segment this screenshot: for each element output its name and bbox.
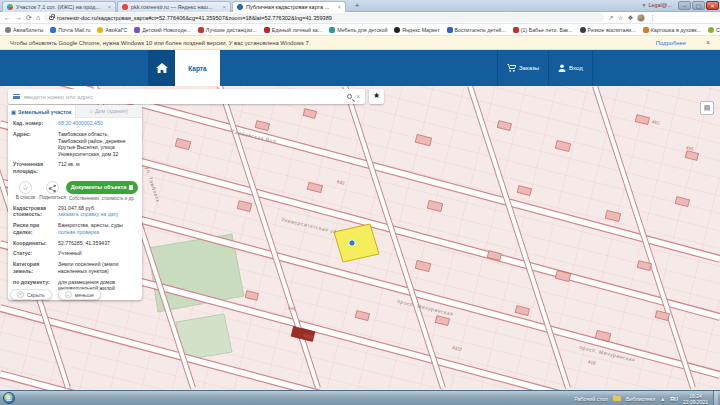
cad-number-link[interactable]: 68:20:4000002:450	[58, 120, 137, 127]
bookmark-item[interactable]: (1) Бабье лето. Бак...	[513, 27, 573, 33]
field-status: Статус: Учтенный	[8, 248, 142, 259]
profile-avatar[interactable]	[637, 14, 645, 22]
taskbar-clock[interactable]: 16:24 22.09.2021	[683, 393, 708, 405]
show-desktop-button[interactable]	[713, 391, 718, 405]
browser-titlebar: Участок 7.1 сот. (ИЖС) на прод... × pkk.…	[0, 0, 720, 12]
bookmark-icon	[580, 27, 586, 33]
browser-tab-1[interactable]: Участок 7.1 сот. (ИЖС) на прод... ×	[2, 1, 116, 12]
field-risks: Риски при сделке: Банкротства, аресты, с…	[8, 220, 142, 237]
url-text: rosreestr-doc.ru/кадастровая_карта#ct=52…	[57, 15, 332, 21]
bookmark-item[interactable]: Картошка в духовк...	[643, 27, 701, 33]
bookmark-item[interactable]: Мебель для детской	[329, 27, 387, 33]
close-button[interactable]: ×	[706, 1, 719, 10]
cart-icon	[507, 64, 516, 72]
bookmarks-bar: Авиабилеты Почта Mail.ru АвиКаГС Детский…	[0, 24, 720, 36]
new-tab-button[interactable]: +	[350, 1, 364, 11]
libraries-toolbar[interactable]: Библиотеки	[626, 396, 655, 402]
full-check-link[interactable]: полная проверка	[58, 229, 99, 235]
risks-value: Банкротства, аресты, суды	[58, 222, 123, 228]
favorites-button[interactable]: ★	[369, 89, 384, 104]
field-address: Адрес: Тамбовская область, Тамбовский ра…	[8, 129, 142, 159]
home-icon[interactable]: ⌂	[36, 13, 40, 23]
clear-search-icon[interactable]: ×	[356, 93, 360, 100]
reload-icon[interactable]: ⟳	[26, 13, 32, 23]
bookmark-item[interactable]: АвиКаГС	[97, 27, 127, 33]
panel-tabs: ▣ Земельный участок ⌂ Дом (здание)	[8, 105, 142, 118]
cost-report-link[interactable]: заказать справку на дату	[58, 211, 118, 217]
bookmark-icon	[198, 27, 204, 33]
tab-close-icon[interactable]: ×	[222, 4, 226, 10]
desktop: Участок 7.1 сот. (ИЖС) на прод... × pkk.…	[0, 0, 720, 405]
search-input[interactable]	[24, 94, 343, 100]
panel-actions: ☆ В список Поделиться Документы объекта	[8, 177, 142, 203]
share-icon[interactable]: ↗	[608, 14, 613, 22]
bookmark-star-icon[interactable]: ☆	[618, 14, 624, 22]
tab-close-icon[interactable]: ×	[107, 4, 111, 10]
share-button[interactable]: Поделиться	[39, 181, 66, 200]
tab-close-icon[interactable]: ×	[337, 4, 341, 10]
orders-button[interactable]: Заказы	[497, 50, 548, 86]
hide-panel-button[interactable]: ^ Скрыть	[10, 289, 52, 300]
star-icon: ☆	[19, 181, 32, 194]
menu-dots-icon[interactable]: ⋮	[649, 14, 656, 22]
panel-collapse-buttons: ^ Скрыть − меньше	[10, 289, 101, 300]
bookmark-item[interactable]: Детский Новогодн...	[134, 27, 191, 33]
bookmark-item[interactable]: Яндекс Маркет	[394, 27, 439, 33]
folder-icon	[613, 396, 621, 401]
language-indicator[interactable]: RU	[670, 396, 678, 402]
extensions-icon[interactable]: ❖	[627, 14, 633, 22]
padlock-icon[interactable]	[49, 16, 54, 20]
tab-title: Публичная кадастровая карта ...	[246, 4, 334, 10]
system-tray: Рабочий стол Библиотеки ▲ RU 16:24 22.09…	[574, 391, 720, 405]
bookmark-icon	[329, 27, 335, 33]
tab-karta[interactable]: Карта	[175, 50, 220, 86]
address-bar[interactable]: rosreestr-doc.ru/кадастровая_карта#ct=52…	[44, 13, 604, 22]
bookmark-icon	[5, 27, 11, 33]
field-land-category: Категория земель: Земли поселений (земли…	[8, 259, 142, 276]
minimize-button[interactable]: –	[678, 1, 691, 10]
bookmark-item[interactable]: Скачать видео и м...	[708, 27, 720, 33]
tab-building[interactable]: ⌂ Дом (здание)	[75, 105, 143, 118]
person-icon	[558, 64, 566, 72]
back-icon[interactable]: ←	[4, 13, 11, 23]
show-less-button[interactable]: − меньше	[58, 289, 101, 300]
desktop-toolbar[interactable]: Рабочий стол	[574, 396, 608, 402]
login-button[interactable]: Вход	[548, 50, 593, 86]
layers-button[interactable]: ▤	[700, 101, 714, 115]
bookmark-item[interactable]: Лучшие дистанцио...	[198, 27, 257, 33]
notification-close-icon[interactable]: ×	[706, 39, 710, 46]
home-icon	[156, 63, 168, 74]
tab-land-parcel[interactable]: ▣ Земельный участок	[8, 105, 75, 118]
bookmark-item[interactable]: Почта Mail.ru	[50, 27, 90, 33]
bookmark-item[interactable]: Авиабилеты	[5, 27, 43, 33]
bookmark-icon	[97, 27, 103, 33]
field-cad-number: Кад. номер: 68:20:4000002:450	[8, 118, 142, 129]
add-to-list-button[interactable]: ☆ В список	[12, 181, 39, 200]
notification-details-link[interactable]: Подробнее	[656, 40, 686, 46]
forward-icon[interactable]: →	[15, 13, 22, 23]
documents-caption: Собственники, стоимость и др.	[66, 196, 138, 201]
browser-toolbar: ← → ⟳ ⌂ rosreestr-doc.ru/кадастровая_кар…	[0, 12, 720, 24]
notification-text: Чтобы обновлять Google Chrome, нужна Win…	[10, 40, 650, 46]
bookmark-icon	[50, 27, 56, 33]
browser-tab-2[interactable]: pkk.rosreestr.ru — Яндекс наш... ×	[117, 1, 231, 12]
tray-chevron-icon[interactable]: ▲	[660, 396, 665, 402]
update-notification-bar: Чтобы обновлять Google Chrome, нужна Win…	[0, 36, 720, 50]
bookmark-icon	[513, 27, 519, 33]
bookmark-item[interactable]: Единый личный ка...	[264, 27, 323, 33]
maximize-button[interactable]: ▢	[692, 1, 705, 10]
site-home-button[interactable]	[148, 50, 175, 86]
object-documents-button[interactable]: Документы объекта	[66, 181, 138, 194]
parcel-icon: ▣	[11, 109, 16, 115]
search-icon[interactable]	[347, 94, 352, 99]
profile-chip[interactable]: ▼ Legal@...	[641, 2, 672, 8]
windows-taskbar: ⊞ Рабочий стол Библиотеки ▲ RU 16:24 22.…	[0, 390, 720, 405]
start-button[interactable]: ⊞	[3, 392, 15, 404]
menu-burger-icon[interactable]	[13, 94, 20, 99]
browser-tab-3-active[interactable]: Публичная кадастровая карта ... ×	[232, 1, 346, 12]
bookmark-item[interactable]: Резкое воспитани...	[580, 27, 636, 33]
bookmark-icon	[264, 27, 270, 33]
bookmark-icon	[394, 27, 400, 33]
selected-parcel-marker	[349, 240, 355, 246]
bookmark-item[interactable]: Воспитатель детей...	[447, 27, 506, 33]
